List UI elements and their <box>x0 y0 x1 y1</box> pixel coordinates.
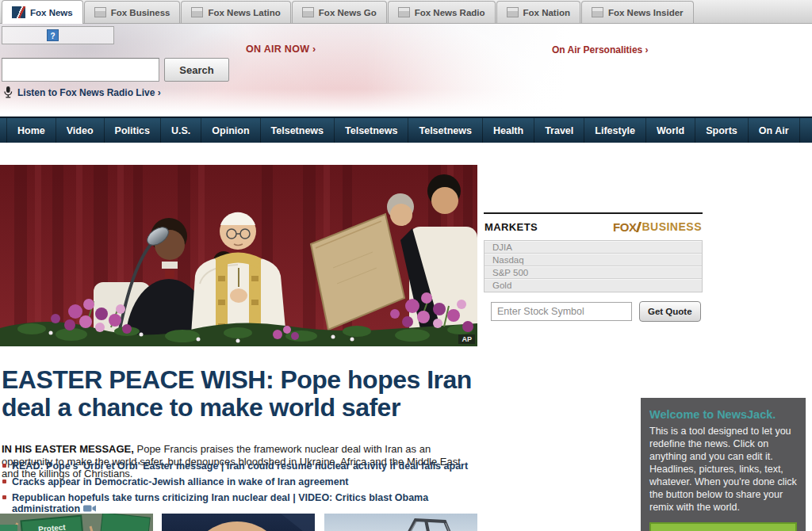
fox-business-logo-fox: FOX <box>613 220 636 234</box>
tab-label: Fox News Latino <box>208 8 280 17</box>
on-air-now-link[interactable]: ON AIR NOW › <box>246 44 316 55</box>
nav-item-home[interactable]: Home <box>6 118 56 143</box>
nav-item-telsetnews-1[interactable]: Telsetnews <box>261 118 335 143</box>
site-logo-broken-image[interactable]: ? <box>2 26 114 44</box>
fox-nation-logo-icon <box>507 7 519 17</box>
tab-fox-business[interactable]: Fox Business <box>84 1 181 23</box>
tab-label: Fox Business <box>111 8 170 17</box>
main-navigation: Home Video Politics U.S. Opinion Telsetn… <box>0 117 812 143</box>
tab-fox-news-latino[interactable]: Fox News Latino <box>181 1 290 23</box>
nav-item-on-air[interactable]: On Air <box>749 118 800 143</box>
tab-label: Fox News Go <box>319 8 377 17</box>
listen-radio-live-label: Listen to Fox News Radio Live › <box>17 87 161 98</box>
site-header: ? ON AIR NOW › On Air Personalities › Se… <box>0 24 812 117</box>
fox-news-logo-icon <box>12 6 25 18</box>
story-thumbnail-vehicle[interactable] <box>324 514 477 531</box>
nav-item-sports[interactable]: Sports <box>695 118 749 143</box>
lead-summary-bold: IN HIS EASTER MESSAGE, <box>2 443 134 455</box>
nav-item-video[interactable]: Video <box>56 118 105 143</box>
tab-fox-news-insider[interactable]: Fox News Insider <box>581 1 694 23</box>
newsjack-title: Welcome to NewsJack. <box>649 408 797 421</box>
lead-story-image[interactable]: AP <box>0 165 477 346</box>
search-input[interactable] <box>2 58 159 82</box>
lead-headline[interactable]: EASTER PEACE WISH: Pope hopes Iran deal … <box>2 366 477 422</box>
listen-radio-live-link[interactable]: Listen to Fox News Radio Live › <box>3 86 161 98</box>
nav-item-us[interactable]: U.S. <box>161 118 201 143</box>
search-button[interactable]: Search <box>164 58 229 82</box>
fox-business-logo-business: BUSINESS <box>642 220 702 233</box>
man-portrait-image <box>162 514 315 531</box>
nav-item-politics[interactable]: Politics <box>105 118 161 143</box>
newsjack-panel: Welcome to NewsJack. This is a tool desi… <box>641 398 806 531</box>
nav-item-travel[interactable]: Travel <box>534 118 584 143</box>
video-camera-icon <box>83 504 97 513</box>
market-row-sp500[interactable]: S&P 500 <box>485 266 702 279</box>
story-thumbnail-protest[interactable]: Protect Public Services <box>0 514 153 531</box>
related-link-1[interactable]: READ: Pope's 'Urbi et Orbi' Easter messa… <box>2 460 477 472</box>
tab-fox-news-radio[interactable]: Fox News Radio <box>388 1 496 23</box>
markets-module: MARKETS FOX BUSINESS DJIA Nasdaq S&P 500… <box>484 212 703 322</box>
share-remix-button[interactable]: Share Remix » <box>649 522 797 531</box>
tab-label: Fox Nation <box>523 8 570 17</box>
fox-news-latino-logo-icon <box>191 7 203 17</box>
fox-news-insider-logo-icon <box>592 7 603 17</box>
market-row-nasdaq[interactable]: Nasdaq <box>485 254 702 266</box>
fox-business-logo-icon <box>94 7 106 17</box>
microphone-icon <box>3 86 13 98</box>
nav-item-health[interactable]: Health <box>483 118 534 143</box>
nav-item-world[interactable]: World <box>646 118 695 143</box>
fox-business-logo[interactable]: FOX BUSINESS <box>613 220 702 234</box>
nav-item-lifestyle[interactable]: Lifestyle <box>584 118 646 143</box>
site-tab-strip: Fox News Fox Business Fox News Latino Fo… <box>0 0 812 24</box>
tab-fox-news[interactable]: Fox News <box>2 0 83 24</box>
related-link-label: READ: Pope's 'Urbi et Orbi' Easter messa… <box>12 460 468 472</box>
protest-crowd-image: Protect Public Services <box>0 514 153 531</box>
newsjack-description: This is a tool designed to let you redef… <box>649 425 797 514</box>
tab-fox-nation[interactable]: Fox Nation <box>496 1 580 23</box>
markets-top-rule <box>484 212 703 214</box>
nav-item-telsetnews-3[interactable]: Telsetnews <box>408 118 482 143</box>
pope-easter-blessing-illustration <box>0 165 477 346</box>
market-row-gold[interactable]: Gold <box>485 279 702 292</box>
related-link-2[interactable]: Cracks appear in Democratic-Jewish allia… <box>2 476 477 487</box>
broken-image-icon: ? <box>47 29 59 41</box>
related-links-list: READ: Pope's 'Urbi et Orbi' Easter messa… <box>2 460 477 519</box>
on-air-personalities-link[interactable]: On Air Personalities › <box>552 44 649 55</box>
tab-label: Fox News Insider <box>608 8 684 17</box>
nav-item-opinion[interactable]: Opinion <box>201 118 260 143</box>
tab-label: Fox News Radio <box>415 8 485 17</box>
related-link-label: Cracks appear in Democratic-Jewish allia… <box>12 476 348 487</box>
market-row-djia[interactable]: DJIA <box>485 241 702 254</box>
get-quote-button[interactable]: Get Quote <box>639 301 701 322</box>
fox-news-go-logo-icon <box>302 7 314 17</box>
tab-label: Fox News <box>30 8 73 17</box>
markets-title: MARKETS <box>485 221 538 233</box>
tab-fox-news-go[interactable]: Fox News Go <box>292 1 387 23</box>
related-link-3[interactable]: Republican hopefuls take turns criticizi… <box>2 492 477 514</box>
metal-frame-vehicle-image <box>324 514 477 531</box>
story-thumbnail-portrait[interactable] <box>162 514 315 531</box>
image-credit: AP <box>458 334 475 344</box>
related-link-label: Republican hopefuls take turns criticizi… <box>12 492 428 514</box>
stock-symbol-input[interactable] <box>491 302 632 321</box>
markets-table: DJIA Nasdaq S&P 500 Gold <box>484 240 703 292</box>
nav-item-telsetnews-2[interactable]: Telsetnews <box>335 118 408 143</box>
fox-news-radio-logo-icon <box>398 7 410 17</box>
